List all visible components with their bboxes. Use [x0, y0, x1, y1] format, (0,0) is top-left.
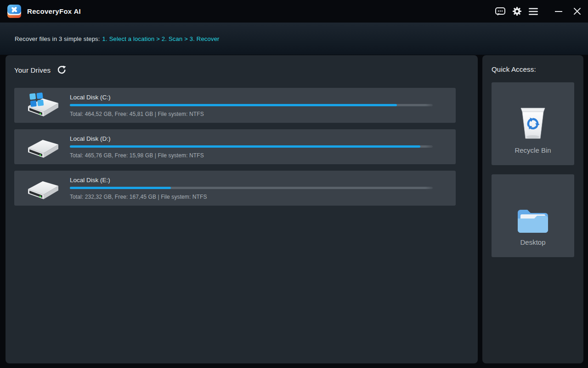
- drive-usage-bar: [70, 104, 433, 106]
- steps-banner-steps[interactable]: 1. Select a location > 2. Scan > 3. Reco…: [102, 35, 220, 42]
- drive-usage-bar: [70, 145, 433, 148]
- drive-details: Total: 465,76 GB, Free: 15,98 GB | File …: [70, 152, 433, 159]
- steps-banner: Recover files in 3 simple steps: 1. Sele…: [0, 23, 588, 55]
- quick-access-label: Desktop: [520, 238, 545, 246]
- drive-usage-fill: [70, 145, 420, 148]
- drive-usage-fill: [70, 104, 397, 106]
- hamburger-icon[interactable]: [526, 4, 541, 19]
- hard-drive-icon: [25, 175, 60, 201]
- drives-panel: Your Drives: [6, 55, 478, 363]
- close-icon[interactable]: [568, 2, 586, 21]
- recycle-bin-icon: [515, 82, 551, 146]
- drive-details: Total: 232,32 GB, Free: 167,45 GB | File…: [70, 194, 433, 200]
- drive-usage-fill: [70, 187, 171, 189]
- drive-list: Local Disk (C:) Total: 464,52 GB, Free: …: [14, 88, 478, 206]
- drive-name: Local Disk (E:): [70, 177, 433, 184]
- drive-name: Local Disk (C:): [70, 94, 433, 101]
- quick-access-title: Quick Access:: [492, 65, 574, 73]
- drives-section-title: Your Drives: [14, 66, 51, 74]
- drive-row-e[interactable]: Local Disk (E:) Total: 232,32 GB, Free: …: [14, 171, 456, 206]
- refresh-icon[interactable]: [57, 65, 66, 75]
- content-area: Your Drives: [0, 55, 588, 368]
- chat-bubble-icon[interactable]: [492, 4, 508, 19]
- hard-drive-windows-icon: [25, 92, 60, 118]
- app-title: RecoveryFox AI: [27, 7, 81, 15]
- gear-icon[interactable]: [509, 4, 525, 19]
- drive-details: Total: 464,52 GB, Free: 45,81 GB | File …: [70, 111, 433, 117]
- drive-row-c[interactable]: Local Disk (C:) Total: 464,52 GB, Free: …: [14, 88, 456, 123]
- quick-access-recycle-bin[interactable]: Recycle Bin: [492, 82, 574, 165]
- quick-access-desktop[interactable]: Desktop: [492, 174, 574, 257]
- drive-row-d[interactable]: Local Disk (D:) Total: 465,76 GB, Free: …: [14, 129, 456, 164]
- drive-usage-bar: [70, 187, 433, 189]
- hard-drive-icon: [25, 134, 60, 160]
- steps-banner-prefix: Recover files in 3 simple steps:: [15, 35, 100, 42]
- desktop-folder-icon: [515, 174, 551, 238]
- minimize-icon[interactable]: [549, 2, 568, 21]
- quick-access-panel: Quick Access:: [482, 55, 583, 363]
- quick-access-label: Recycle Bin: [514, 146, 551, 154]
- titlebar: RecoveryFox AI: [0, 0, 588, 23]
- drive-name: Local Disk (D:): [70, 135, 433, 142]
- app-logo-icon: [6, 3, 23, 20]
